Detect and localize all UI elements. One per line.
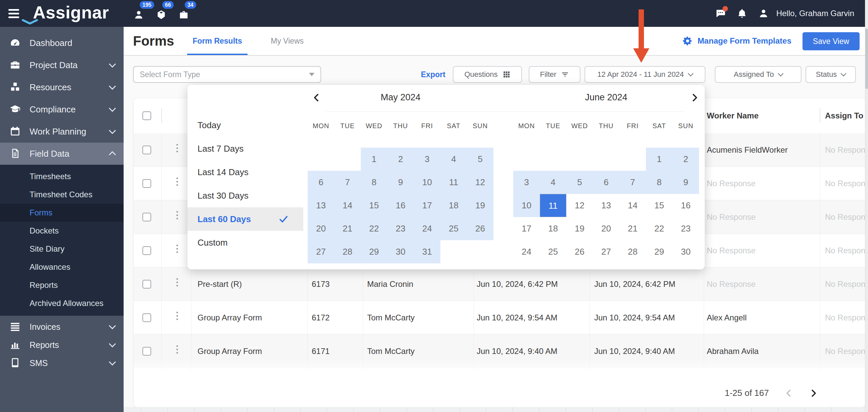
calendar-day[interactable]: 29 [361,240,387,263]
filter-button[interactable]: Filter [529,66,581,83]
calendar-day[interactable]: 24 [513,240,540,263]
preset-last-7-days[interactable]: Last 7 Days [187,137,303,160]
calendar-day[interactable]: 26 [467,217,493,240]
scrollbar-thumb[interactable] [865,29,868,89]
calendar-day[interactable]: 16 [387,194,414,217]
row-actions-kebab-icon[interactable] [174,312,180,324]
calendar-day[interactable]: 27 [593,240,619,263]
row-checkbox[interactable] [143,213,151,221]
calendar-day[interactable]: 23 [387,217,414,240]
calendar-day[interactable]: 16 [673,194,699,217]
row-actions-kebab-icon[interactable] [174,345,180,357]
sidebar-subitem-archived-allowances[interactable]: Archived Allowances [0,294,124,312]
preset-last-30-days[interactable]: Last 30 Days [187,184,303,207]
sidebar-item-invoices[interactable]: Invoices [0,318,124,336]
cube-group[interactable]: 66 [156,8,167,20]
preset-custom[interactable]: Custom [187,231,303,254]
calendar-day[interactable]: 3 [513,171,540,194]
previous-page-icon[interactable] [784,388,794,398]
person-group[interactable]: 195 [133,8,145,20]
row-actions-kebab-icon[interactable] [174,278,180,290]
sidebar-item-resources[interactable]: Resources [0,76,124,98]
sidebar-subitem-timesheet-codes[interactable]: Timesheet Codes [0,185,124,204]
calendar-day[interactable]: 17 [513,217,540,240]
calendar-day[interactable]: 10 [414,171,440,194]
calendar-day[interactable]: 20 [308,217,334,240]
assigned-to-filter[interactable]: Assigned To [715,66,802,83]
tab-my-views[interactable]: My Views [269,27,306,55]
calendar-day[interactable]: 7 [334,171,361,194]
calendar-day[interactable]: 1 [646,148,673,171]
calendar-day[interactable]: 24 [414,217,440,240]
calendar-day[interactable]: 4 [440,148,467,171]
calendar-day[interactable]: 9 [387,171,414,194]
calendar-day[interactable]: 2 [387,148,414,171]
calendar-day[interactable]: 21 [334,217,361,240]
select-all-checkbox[interactable] [143,111,151,120]
row-checkbox[interactable] [143,146,151,154]
row-actions-kebab-icon[interactable] [174,211,180,223]
calendar-day[interactable]: 23 [673,217,699,240]
calendar-day[interactable]: 6 [308,171,334,194]
row-actions-kebab-icon[interactable] [174,144,180,156]
calendar-day[interactable]: 21 [619,217,646,240]
calendar-day[interactable]: 9 [673,171,699,194]
user-avatar-icon[interactable] [758,8,769,19]
calendar-day[interactable]: 30 [673,240,699,263]
sidebar-item-dashboard[interactable]: Dashboard [0,32,124,54]
messages-icon[interactable] [715,8,726,19]
row-checkbox[interactable] [143,246,151,255]
calendar-day[interactable]: 6 [593,171,619,194]
export-link[interactable]: Export [421,66,445,83]
calendar-day-selected[interactable]: 11 [540,194,566,217]
calendar-day[interactable]: 10 [513,194,540,217]
calendar-day[interactable]: 13 [308,194,334,217]
hamburger-menu-icon[interactable] [8,9,20,18]
sidebar-subitem-dockets[interactable]: Dockets [0,222,124,240]
preset-today[interactable]: Today [187,113,303,137]
save-view-button[interactable]: Save View [803,32,860,50]
calendar-day[interactable]: 22 [361,217,387,240]
preset-last-60-days[interactable]: Last 60 Days [187,207,303,231]
calendar-day[interactable]: 25 [440,217,467,240]
calendar-day[interactable]: 26 [566,240,593,263]
sidebar-item-work-planning[interactable]: Work Planning [0,121,124,143]
sidebar-subitem-timesheets[interactable]: Timesheets [0,167,124,185]
calendar-day[interactable]: 8 [646,171,673,194]
tab-form-results[interactable]: Form Results [187,27,248,55]
column-header-worker-name[interactable]: Worker Name [707,98,758,133]
row-actions-kebab-icon[interactable] [174,245,180,257]
calendar-day[interactable]: 14 [334,194,361,217]
row-checkbox[interactable] [143,179,151,188]
calendar-day[interactable]: 5 [566,171,593,194]
sidebar-subitem-site-diary[interactable]: Site Diary [0,240,124,258]
calendar-day[interactable]: 7 [619,171,646,194]
calendar-day[interactable]: 31 [414,240,440,263]
sidebar-item-sms[interactable]: SMS [0,354,124,372]
calendar-day[interactable]: 20 [593,217,619,240]
calendar-day[interactable]: 28 [334,240,361,263]
calendar-day[interactable]: 27 [308,240,334,263]
calendar-day[interactable]: 30 [387,240,414,263]
briefcase-group[interactable]: 34 [178,8,190,20]
sidebar-subitem-forms[interactable]: Forms [0,204,124,222]
calendar-day[interactable]: 15 [361,194,387,217]
row-checkbox[interactable] [143,280,151,288]
calendar-day[interactable]: 19 [566,217,593,240]
notifications-bell-icon[interactable] [737,8,747,19]
calendar-day[interactable]: 28 [619,240,646,263]
calendar-day[interactable]: 14 [619,194,646,217]
calendar-day[interactable]: 25 [540,240,566,263]
sidebar-item-reports[interactable]: Reports [0,336,124,354]
date-range-filter[interactable]: 12 Apr 2024 - 11 Jun 2024 [585,66,705,83]
calendar-day[interactable]: 4 [540,171,566,194]
calendar-day[interactable]: 3 [414,148,440,171]
calendar-day[interactable]: 17 [414,194,440,217]
calendar-day[interactable]: 18 [540,217,566,240]
calendar-day[interactable]: 2 [673,148,699,171]
sidebar-subitem-allowances[interactable]: Allowances [0,258,124,276]
calendar-day[interactable]: 1 [361,148,387,171]
calendar-day[interactable]: 29 [646,240,673,263]
calendar-day[interactable]: 13 [593,194,619,217]
calendar-day[interactable]: 15 [646,194,673,217]
